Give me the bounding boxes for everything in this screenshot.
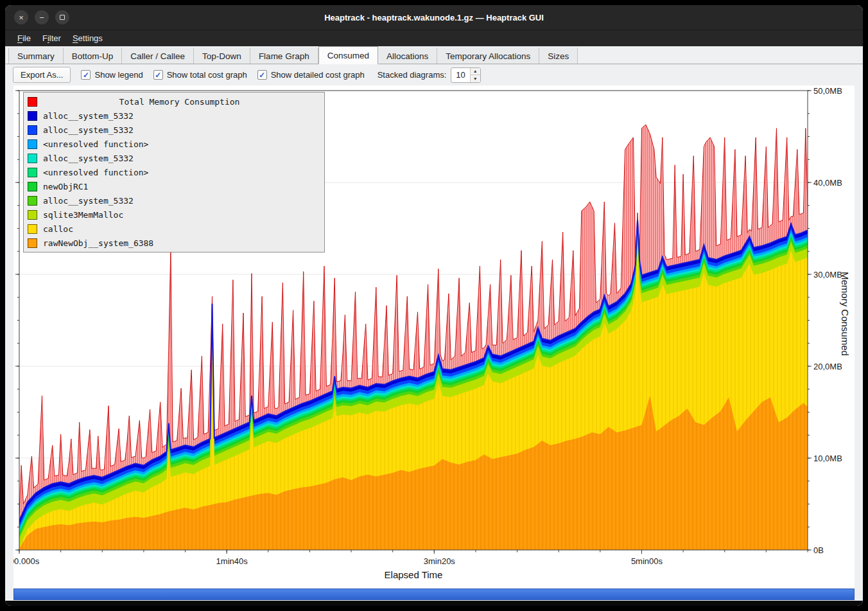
tab-sizes[interactable]: Sizes — [539, 48, 578, 64]
spin-down-button[interactable]: ▼ — [471, 75, 480, 82]
y-tick-label: 50,0MB — [813, 86, 842, 96]
checkbox-label: Show total cost graph — [167, 70, 247, 80]
app-window: × − Heaptrack - heaptrack.wakunode.1.gz … — [5, 5, 863, 606]
legend-swatch — [28, 182, 37, 191]
legend-swatch — [28, 154, 37, 163]
window-controls: × − — [14, 5, 69, 30]
legend-entry-newobjrc1-5: newObjRC1 — [26, 179, 322, 193]
checkbox-label: Show detailed cost graph — [271, 70, 365, 80]
legend-label: alloc__system_5332 — [43, 154, 134, 163]
menu-bar: FileFilterSettings — [5, 30, 863, 46]
legend-entry-unresolved-function-4: <unresolved function> — [26, 165, 322, 179]
x-axis-title: Elapsed Time — [19, 569, 808, 580]
legend-swatch — [28, 196, 37, 206]
legend-label: alloc__system_5332 — [43, 125, 134, 135]
maximize-icon — [60, 15, 65, 20]
y-tick-label: 10,0MB — [813, 454, 842, 463]
menu-filter[interactable]: Filter — [37, 30, 67, 46]
x-tick-label: 3min20s — [424, 556, 456, 566]
tab-temporary-allocations[interactable]: Temporary Allocations — [437, 48, 539, 64]
checkmark-icon: ✓ — [153, 70, 163, 80]
tab-bar: SummaryBottom-UpCaller / CalleeTop-DownF… — [5, 46, 863, 64]
x-tick-label: 00.000s — [13, 556, 40, 566]
legend-swatch — [28, 111, 37, 121]
legend-entry-alloc-system-5332-3: alloc__system_5332 — [26, 151, 322, 165]
legend-entry-rawnewobj-system-6388-9: rawNewObj__system_6388 — [26, 236, 322, 250]
legend-title: Total Memory Consumption — [37, 97, 322, 107]
stacked-diagrams-value: 10 — [451, 68, 469, 82]
window-title: Heaptrack - heaptrack.wakunode.1.gz — He… — [5, 13, 863, 22]
minimize-button[interactable]: − — [35, 10, 49, 24]
y-tick-label: 40,0MB — [813, 178, 842, 188]
x-tick-label: 1min40s — [216, 556, 248, 566]
spinner-buttons: ▲ ▼ — [470, 68, 480, 82]
legend-label: calloc — [43, 224, 73, 234]
y-tick-label: 0B — [813, 545, 824, 555]
tab-top-down[interactable]: Top-Down — [194, 48, 250, 64]
y-axis-title: Memory Consumed — [840, 272, 851, 356]
legend-label: alloc__system_5332 — [43, 196, 134, 206]
show-total-cost-graph-checkbox[interactable]: ✓Show total cost graph — [153, 70, 247, 80]
chart-legend: Total Memory Consumption alloc__system_5… — [23, 92, 325, 252]
y-tick-label: 20,0MB — [813, 362, 842, 371]
legend-label: <unresolved function> — [43, 168, 148, 177]
legend-entry-sqlite3memmalloc-7: sqlite3MemMalloc — [26, 208, 322, 222]
export-as-button[interactable]: Export As... — [13, 67, 71, 83]
legend-label: rawNewObj__system_6388 — [43, 238, 153, 248]
tab-bottom-up[interactable]: Bottom-Up — [64, 48, 123, 64]
legend-entry-alloc-system-5332-1: alloc__system_5332 — [26, 123, 322, 137]
legend-entry-alloc-system-5332-0: alloc__system_5332 — [26, 109, 322, 123]
maximize-button[interactable] — [55, 10, 69, 24]
tab-consumed[interactable]: Consumed — [318, 46, 378, 64]
timeline-range-bar[interactable] — [13, 589, 855, 600]
spin-up-button[interactable]: ▲ — [471, 68, 480, 75]
legend-swatch — [28, 168, 37, 177]
checkbox-label: Show legend — [94, 70, 143, 80]
legend-swatch — [28, 139, 37, 149]
tab-summary[interactable]: Summary — [8, 48, 64, 64]
tab-allocations[interactable]: Allocations — [378, 48, 437, 64]
tab-caller-callee[interactable]: Caller / Callee — [122, 48, 194, 64]
legend-entry-alloc-system-5332-6: alloc__system_5332 — [26, 193, 322, 208]
stacked-diagrams-label: Stacked diagrams: — [378, 70, 447, 80]
menu-file[interactable]: File — [12, 30, 37, 46]
legend-entries: alloc__system_5332alloc__system_5332<unr… — [26, 109, 322, 250]
window-bottom-edge — [5, 601, 863, 606]
stacked-diagrams-spinbox[interactable]: 10 ▲ ▼ — [451, 67, 480, 83]
legend-swatch — [28, 125, 37, 135]
legend-label: alloc__system_5332 — [43, 111, 134, 121]
toolbar: Export As... ✓Show legend✓Show total cos… — [5, 64, 863, 85]
tab-flame-graph[interactable]: Flame Graph — [250, 48, 318, 64]
y-tick-label: 30,0MB — [813, 270, 842, 279]
menu-settings[interactable]: Settings — [67, 30, 108, 46]
checkbox-group: ✓Show legend✓Show total cost graph✓Show … — [71, 70, 364, 80]
legend-label: newObjRC1 — [43, 182, 88, 191]
checkmark-icon: ✓ — [81, 70, 91, 80]
legend-total-swatch — [28, 97, 37, 107]
show-legend-checkbox[interactable]: ✓Show legend — [81, 70, 143, 80]
legend-label: sqlite3MemMalloc — [43, 210, 123, 220]
legend-label: <unresolved function> — [43, 139, 148, 149]
close-button[interactable]: × — [14, 10, 28, 24]
x-tick-label: 5min00s — [631, 556, 663, 566]
chart-area: 00.000s1min40s3min20s5min00s0B10,0MB20,0… — [13, 85, 855, 589]
show-detailed-cost-graph-checkbox[interactable]: ✓Show detailed cost graph — [257, 70, 365, 80]
legend-entry-unresolved-function-2: <unresolved function> — [26, 137, 322, 151]
checkmark-icon: ✓ — [257, 70, 267, 80]
legend-swatch — [28, 224, 37, 234]
legend-swatch — [28, 238, 37, 248]
titlebar: × − Heaptrack - heaptrack.wakunode.1.gz … — [5, 5, 863, 30]
legend-swatch — [28, 210, 37, 220]
legend-title-row: Total Memory Consumption — [26, 94, 322, 109]
legend-entry-calloc-8: calloc — [26, 222, 322, 236]
